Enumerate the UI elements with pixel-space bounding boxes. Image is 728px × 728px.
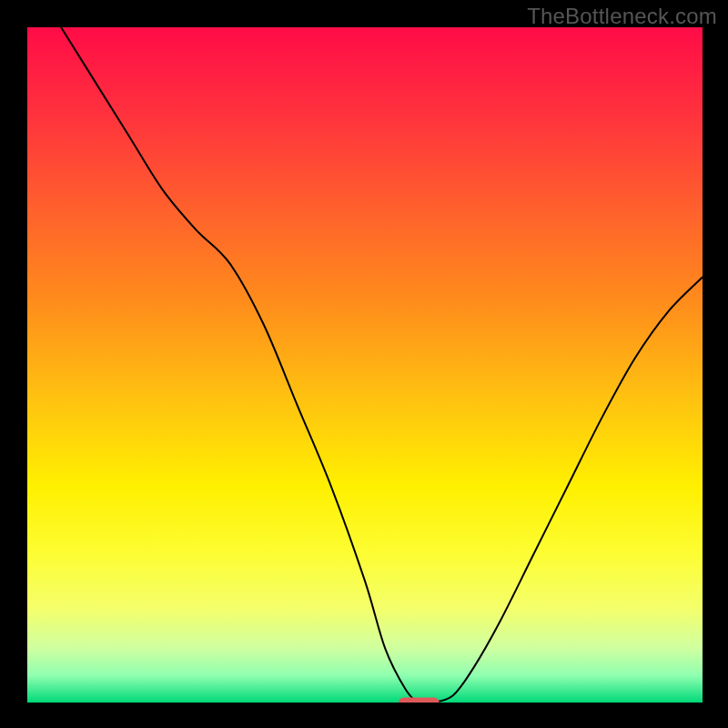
watermark-label: TheBottleneck.com [527,4,717,29]
chart-background [27,27,703,703]
chart-frame: TheBottleneck.com [0,0,728,728]
optimal-marker [399,697,440,707]
bottleneck-chart [0,0,728,728]
